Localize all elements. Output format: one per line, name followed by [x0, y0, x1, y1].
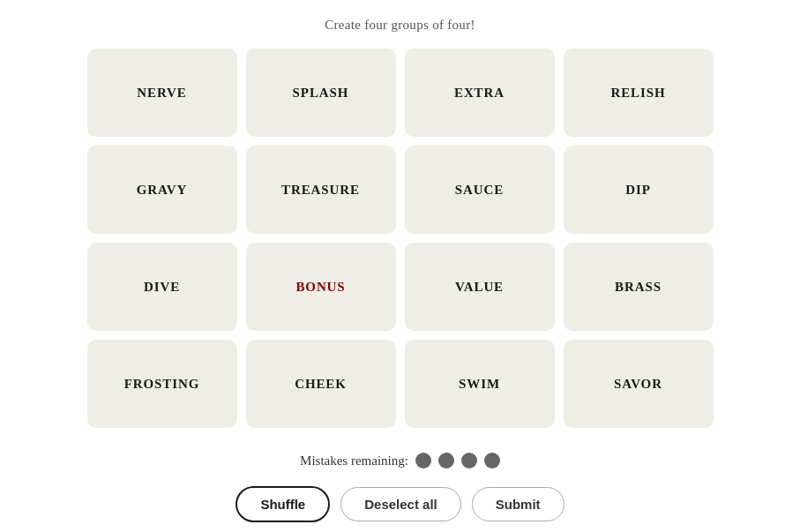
tile-label-extra: EXTRA: [454, 86, 505, 101]
tile-relish[interactable]: RELISH: [564, 49, 714, 137]
mistake-dot-3: [461, 453, 477, 468]
tile-cheek[interactable]: CHEEK: [246, 340, 396, 428]
tile-label-value: VALUE: [455, 280, 504, 295]
deselect-button[interactable]: Deselect all: [340, 487, 461, 521]
tile-swim[interactable]: SWIM: [405, 340, 555, 428]
tile-label-cheek: CHEEK: [295, 377, 347, 392]
tile-dive[interactable]: DIVE: [87, 243, 237, 331]
tile-extra[interactable]: EXTRA: [405, 49, 555, 137]
tile-savor[interactable]: SAVOR: [564, 340, 714, 428]
shuffle-button[interactable]: Shuffle: [236, 486, 330, 522]
tile-label-bonus: BONUS: [295, 280, 345, 295]
tile-label-brass: BRASS: [615, 280, 662, 295]
submit-button[interactable]: Submit: [472, 487, 564, 521]
tile-splash[interactable]: SPLASH: [246, 49, 396, 137]
tile-grid: NERVESPLASHEXTRARELISHGRAVYTREASURESAUCE…: [87, 49, 714, 428]
tile-label-dip: DIP: [625, 183, 651, 198]
tile-brass[interactable]: BRASS: [564, 243, 714, 331]
mistakes-label: Mistakes remaining:: [300, 453, 408, 468]
tile-sauce[interactable]: SAUCE: [405, 146, 555, 234]
tile-bonus[interactable]: BONUS: [246, 243, 396, 331]
tile-gravy[interactable]: GRAVY: [87, 146, 237, 234]
tile-label-gravy: GRAVY: [137, 183, 188, 198]
tile-frosting[interactable]: FROSTING: [87, 340, 237, 428]
mistake-dot-4: [484, 453, 500, 468]
tile-treasure[interactable]: TREASURE: [246, 146, 396, 234]
tile-nerve[interactable]: NERVE: [87, 49, 237, 137]
tile-label-savor: SAVOR: [614, 377, 662, 392]
subtitle: Create four groups of four!: [325, 18, 475, 33]
tile-label-sauce: SAUCE: [455, 183, 504, 198]
tile-label-treasure: TREASURE: [281, 183, 360, 198]
tile-value[interactable]: VALUE: [405, 243, 555, 331]
tile-label-nerve: NERVE: [137, 86, 186, 101]
tile-label-relish: RELISH: [610, 86, 665, 101]
buttons-row: Shuffle Deselect all Submit: [236, 486, 564, 522]
tile-label-swim: SWIM: [459, 377, 500, 392]
tile-label-splash: SPLASH: [293, 86, 349, 101]
tile-label-dive: DIVE: [144, 280, 180, 295]
mistake-dot-2: [438, 453, 454, 468]
mistakes-row: Mistakes remaining:: [300, 453, 500, 468]
tile-dip[interactable]: DIP: [564, 146, 714, 234]
tile-label-frosting: FROSTING: [124, 377, 200, 392]
mistake-dot-1: [415, 453, 431, 468]
